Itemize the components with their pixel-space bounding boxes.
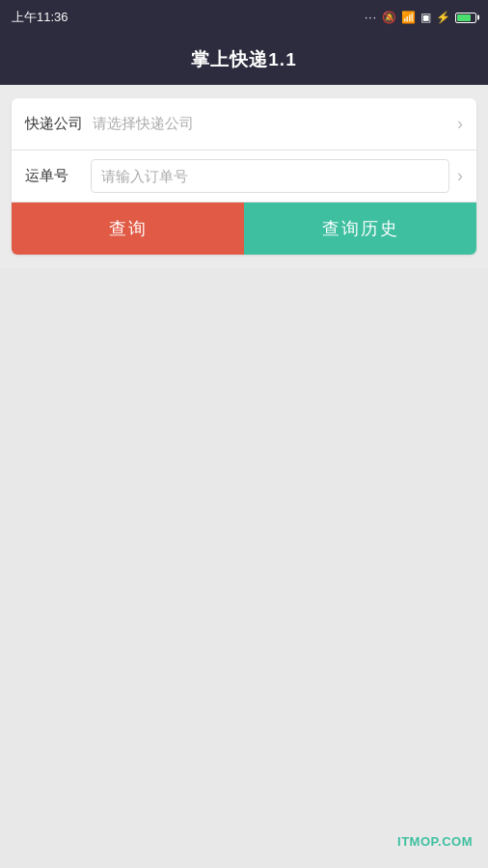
company-value: 请选择快递公司 bbox=[83, 115, 449, 133]
tracking-row: 运单号 › bbox=[12, 150, 476, 203]
app-title: 掌上快递1.1 bbox=[191, 47, 296, 72]
query-button[interactable]: 查询 bbox=[12, 203, 244, 255]
tracking-label: 运单号 bbox=[25, 167, 83, 185]
battery-icon bbox=[455, 13, 476, 23]
battery-fill bbox=[457, 14, 471, 21]
status-time: 上午11:36 bbox=[12, 9, 68, 26]
bell-icon: 🔕 bbox=[382, 11, 396, 24]
watermark: ITMOP.COM bbox=[397, 834, 473, 849]
company-row[interactable]: 快递公司 请选择快递公司 › bbox=[12, 98, 476, 150]
chevron-right-icon: › bbox=[457, 114, 463, 134]
sim-icon: ▣ bbox=[420, 11, 431, 24]
tracking-input[interactable] bbox=[91, 159, 449, 193]
form-card: 快递公司 请选择快递公司 › 运单号 › 查询 查询历史 bbox=[12, 98, 476, 255]
wifi-icon: 📶 bbox=[401, 11, 416, 24]
company-label: 快递公司 bbox=[25, 115, 83, 133]
main-content: 快递公司 请选择快递公司 › 运单号 › 查询 查询历史 bbox=[0, 85, 488, 268]
action-buttons: 查询 查询历史 bbox=[12, 203, 476, 255]
chevron-right-icon-2: › bbox=[457, 166, 463, 186]
charging-icon: ⚡ bbox=[436, 11, 450, 24]
status-icons: ··· 🔕 📶 ▣ ⚡ bbox=[365, 11, 476, 24]
app-header: 掌上快递1.1 bbox=[0, 35, 488, 85]
signal-icon: ··· bbox=[365, 11, 377, 24]
history-button[interactable]: 查询历史 bbox=[244, 203, 476, 255]
status-bar: 上午11:36 ··· 🔕 📶 ▣ ⚡ bbox=[0, 0, 488, 35]
